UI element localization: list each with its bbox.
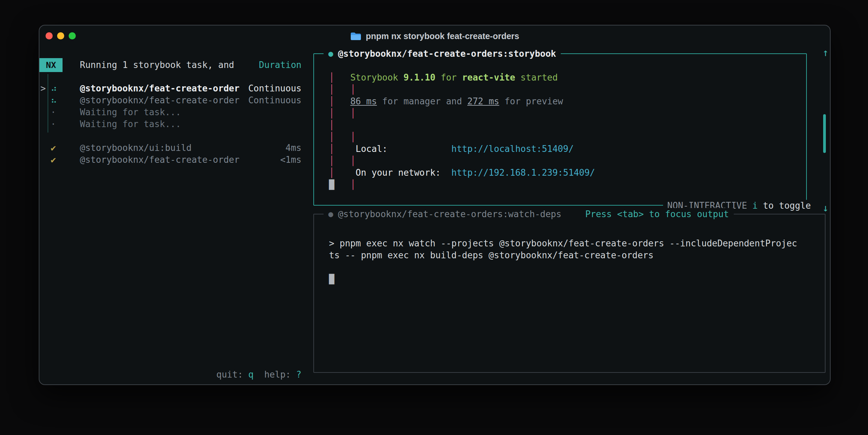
terminal-line: │ │ [329, 107, 595, 119]
close-button[interactable] [46, 32, 53, 39]
watchdeps-panel-title: ● @storybooknx/feat-create-orders:watch-… [324, 208, 734, 220]
task-duration: <1ms [280, 154, 301, 166]
folder-icon [350, 32, 362, 41]
task-duration: Continuous [248, 94, 301, 106]
text-segment [334, 108, 350, 118]
text-segment: for [435, 72, 462, 83]
terminal-line: ts -- pnpm exec nx build-deps @storybook… [329, 249, 797, 261]
window-title-group: pnpm nx storybook feat-create-orders [350, 30, 519, 42]
text-segment: ts -- pnpm exec nx build-deps @storybook… [329, 250, 654, 260]
output-gutter-bar: │ [329, 96, 334, 106]
output-gutter-bar: │ [350, 156, 356, 166]
tasks-summary: Running 1 storybook task, and [80, 59, 234, 71]
task-row[interactable]: ·Waiting for task... [39, 106, 301, 118]
spinner-icon: ⠴ [51, 83, 57, 94]
output-gutter-bar: │ [350, 108, 356, 118]
text-segment [441, 168, 451, 178]
text-segment [334, 96, 350, 106]
task-name: @storybooknx/ui:build [80, 142, 192, 154]
terminal-line: │ [329, 119, 595, 131]
task-name: @storybooknx/feat-create-order [80, 154, 240, 166]
text-segment [334, 72, 350, 83]
task-row[interactable]: ·Waiting for task... [39, 118, 301, 130]
task-row[interactable]: ✔@storybooknx/ui:build4ms [39, 142, 301, 154]
terminal-line: │ Local: http://localhost:51409/ [329, 143, 595, 155]
terminal-line [329, 261, 797, 273]
text-segment: 9.1.10 [403, 72, 435, 83]
task-row[interactable] [39, 130, 301, 142]
storybook-output: │ Storybook 9.1.10 for react-vite starte… [329, 72, 595, 191]
terminal-line: █ │ [329, 179, 595, 191]
task-duration: Continuous [248, 83, 301, 94]
output-gutter-bar: │ [329, 120, 334, 130]
output-gutter-bar: │ [350, 179, 356, 190]
text-segment [334, 168, 356, 178]
desktop-background: pnpm nx storybook feat-create-orders NX … [0, 0, 868, 435]
output-gutter-bar: │ [329, 72, 334, 83]
task-row[interactable]: ⠦@storybooknx/feat-create-orderContinuou… [39, 94, 301, 106]
task-list-header: Running 1 storybook task, and Duration [80, 59, 301, 71]
output-gutter-bar: │ [329, 156, 334, 166]
terminal-line: │ 86 ms for manager and 272 ms for previ… [329, 95, 595, 107]
scroll-up-arrow[interactable]: ↑ [820, 47, 831, 58]
bullet-icon: · [51, 106, 56, 118]
url-link[interactable]: http://localhost:51409/ [451, 144, 574, 154]
cursor-block: █ [329, 179, 334, 190]
toggle-key[interactable]: i [752, 200, 758, 212]
task-row[interactable]: >⠴@storybooknx/feat-create-orderContinuo… [39, 83, 301, 94]
spinner-icon: ⠦ [51, 94, 57, 106]
text-segment: for preview [499, 96, 563, 106]
task-list: >⠴@storybooknx/feat-create-orderContinuo… [39, 83, 301, 166]
text-segment [387, 144, 451, 154]
output-gutter-bar: │ [329, 168, 334, 178]
scroll-down-arrow[interactable]: ↓ [820, 202, 831, 214]
text-segment [334, 84, 350, 94]
quit-label: quit: [216, 369, 248, 380]
text-segment: > pnpm exec nx watch --projects @storybo… [329, 238, 797, 248]
output-gutter-bar: │ [350, 132, 356, 142]
terminal-line: │ │ [329, 131, 595, 143]
nx-logo: NX [39, 58, 63, 72]
text-segment [334, 144, 356, 154]
running-status-icon: ● [328, 48, 333, 60]
focus-output-hint: Press <tab> to focus output [585, 208, 729, 220]
scrollbar-thumb[interactable] [823, 114, 826, 153]
toggle-label: to toggle [758, 200, 811, 212]
text-segment: started [515, 72, 558, 83]
watchdeps-output-panel[interactable]: ● @storybooknx/feat-create-orders:watch-… [313, 214, 826, 373]
output-gutter-bar: │ [329, 84, 334, 94]
window-titlebar: pnpm nx storybook feat-create-orders [39, 25, 830, 47]
watchdeps-output: > pnpm exec nx watch --projects @storybo… [329, 238, 797, 285]
storybook-panel-title: ● @storybooknx/feat-create-orders:storyb… [324, 48, 561, 60]
storybook-output-panel[interactable]: ● @storybooknx/feat-create-orders:storyb… [313, 53, 807, 206]
help-key[interactable]: ? [296, 369, 301, 380]
task-name: @storybooknx/feat-create-order [80, 94, 240, 106]
task-row[interactable]: ✔@storybooknx/feat-create-order<1ms [39, 154, 301, 166]
task-name: @storybooknx/feat-create-order [80, 83, 240, 94]
url-link[interactable]: http://192.168.1.239:51409/ [451, 168, 595, 178]
text-segment [334, 179, 350, 190]
minimize-button[interactable] [57, 32, 64, 39]
text-segment: for manager and [377, 96, 467, 106]
help-label: help: [254, 369, 296, 380]
text-segment: On your network: [355, 168, 440, 178]
terminal-line: │ Storybook 9.1.10 for react-vite starte… [329, 72, 595, 84]
text-segment: Storybook [350, 72, 404, 83]
duration-column-header: Duration [259, 59, 301, 71]
cursor-block: █ [329, 274, 334, 284]
task-name: Waiting for task... [80, 118, 181, 130]
window-title: pnpm nx storybook feat-create-orders [366, 30, 519, 42]
output-gutter-bar: │ [329, 132, 334, 142]
terminal-line: │ │ [329, 155, 595, 167]
storybook-task-name: @storybooknx/feat-create-orders:storyboo… [338, 48, 556, 60]
terminal-line: │ On your network: http://192.168.1.239:… [329, 167, 595, 179]
traffic-lights [46, 32, 76, 39]
quit-key[interactable]: q [248, 369, 254, 380]
idle-status-icon: ● [328, 208, 333, 220]
text-segment [334, 156, 350, 166]
terminal-line: █ [329, 273, 797, 285]
terminal-line: > pnpm exec nx watch --projects @storybo… [329, 238, 797, 249]
output-gutter-bar: │ [329, 144, 334, 154]
watchdeps-task-name: @storybooknx/feat-create-orders:watch-de… [338, 208, 561, 220]
zoom-button[interactable] [69, 32, 76, 39]
